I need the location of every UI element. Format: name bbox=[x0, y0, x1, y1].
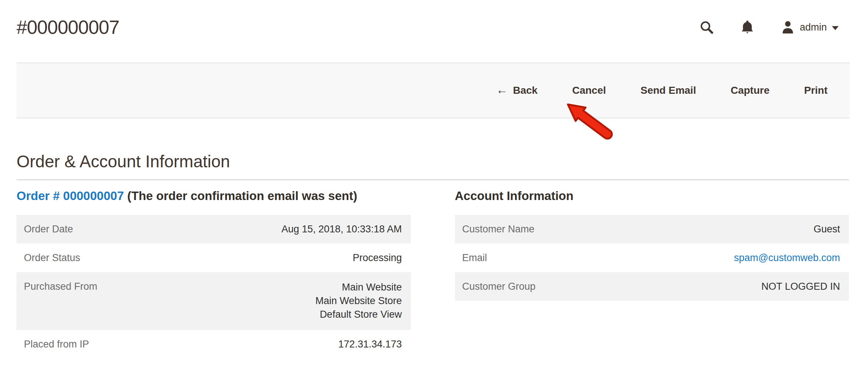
store-line: Main Website Store bbox=[191, 294, 402, 308]
admin-user-label: admin bbox=[800, 22, 827, 33]
cancel-button-label: Cancel bbox=[572, 85, 606, 96]
row-label: Placed from IP bbox=[17, 330, 182, 359]
print-button[interactable]: Print bbox=[804, 85, 828, 96]
person-icon bbox=[781, 20, 794, 34]
table-row: Placed from IP 172.31.34.173 bbox=[17, 330, 411, 359]
table-row: Purchased From Main Website Main Website… bbox=[17, 272, 411, 330]
print-button-label: Print bbox=[804, 85, 828, 96]
capture-button[interactable]: Capture bbox=[730, 85, 769, 96]
search-icon[interactable] bbox=[700, 20, 714, 34]
order-actions-toolbar: ← Back Cancel Send Email Capture Print bbox=[17, 63, 850, 118]
header-actions: admin bbox=[700, 20, 839, 35]
account-information-panel: Account Information Customer Name Guest … bbox=[455, 188, 849, 301]
customer-email-link[interactable]: spam@customweb.com bbox=[734, 252, 840, 263]
account-information-title: Account Information bbox=[455, 188, 849, 204]
order-account-columns: Order # 000000007 (The order confirmatio… bbox=[17, 188, 849, 359]
row-value: Aug 15, 2018, 10:33:18 AM bbox=[182, 215, 410, 243]
row-value: Main Website Main Website Store Default … bbox=[182, 272, 410, 330]
order-information-table: Order Date Aug 15, 2018, 10:33:18 AM Ord… bbox=[17, 215, 411, 359]
cancel-button[interactable]: Cancel bbox=[572, 85, 606, 96]
table-row: Customer Group NOT LOGGED IN bbox=[455, 272, 849, 301]
page-header: #000000007 admin bbox=[0, 0, 868, 48]
order-number-link[interactable]: Order # 000000007 bbox=[17, 189, 124, 203]
capture-button-label: Capture bbox=[730, 85, 769, 96]
row-value: 172.31.34.173 bbox=[182, 330, 410, 359]
table-row: Order Date Aug 15, 2018, 10:33:18 AM bbox=[17, 215, 411, 243]
row-label: Customer Group bbox=[455, 272, 620, 301]
admin-account-menu[interactable]: admin bbox=[781, 20, 839, 34]
row-label: Order Date bbox=[17, 215, 182, 243]
notifications-bell-icon[interactable] bbox=[741, 20, 754, 35]
table-row: Email spam@customweb.com bbox=[455, 243, 849, 272]
back-arrow-icon: ← bbox=[496, 84, 508, 96]
back-button[interactable]: ← Back bbox=[496, 85, 538, 96]
account-information-table: Customer Name Guest Email spam@customweb… bbox=[455, 215, 849, 301]
row-value: spam@customweb.com bbox=[620, 243, 849, 272]
row-label: Email bbox=[455, 243, 620, 272]
send-email-button[interactable]: Send Email bbox=[640, 85, 696, 96]
annotation-arrow-icon bbox=[563, 100, 618, 143]
order-confirmation-note: (The order confirmation email was sent) bbox=[127, 189, 357, 203]
store-line: Main Website bbox=[191, 281, 402, 294]
order-information-title: Order # 000000007 (The order confirmatio… bbox=[17, 188, 411, 204]
row-label: Customer Name bbox=[455, 215, 620, 243]
page-title: #000000007 bbox=[17, 16, 119, 38]
back-button-label: Back bbox=[513, 85, 538, 96]
row-label: Purchased From bbox=[17, 272, 182, 330]
row-label: Order Status bbox=[17, 243, 182, 272]
row-value: Processing bbox=[182, 243, 410, 272]
store-line: Default Store View bbox=[191, 308, 402, 321]
table-row: Order Status Processing bbox=[17, 243, 411, 272]
row-value: NOT LOGGED IN bbox=[620, 272, 849, 301]
chevron-down-icon bbox=[832, 26, 839, 30]
row-value: Guest bbox=[620, 215, 849, 243]
table-row: Customer Name Guest bbox=[455, 215, 849, 243]
order-information-panel: Order # 000000007 (The order confirmatio… bbox=[17, 188, 411, 359]
send-email-button-label: Send Email bbox=[640, 85, 696, 96]
section-title: Order & Account Information bbox=[17, 151, 849, 180]
